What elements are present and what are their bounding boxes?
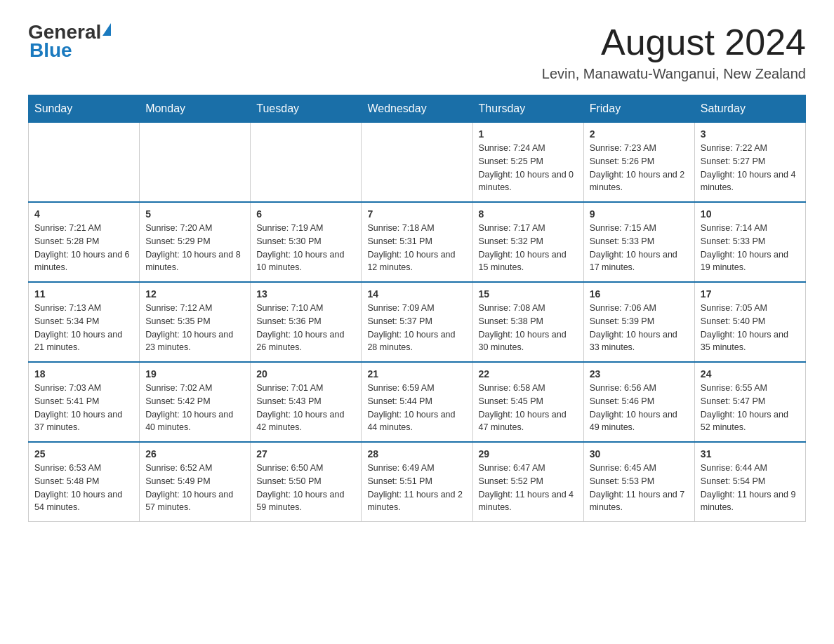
day-number: 22 <box>479 368 578 380</box>
calendar-cell: 19Sunrise: 7:02 AMSunset: 5:42 PMDayligh… <box>140 362 251 442</box>
day-info-text: Daylight: 10 hours and 35 minutes. <box>701 328 800 355</box>
day-info-text: Daylight: 10 hours and 4 minutes. <box>701 168 800 195</box>
calendar-week-row: 11Sunrise: 7:13 AMSunset: 5:34 PMDayligh… <box>29 282 806 362</box>
day-info-text: Daylight: 10 hours and 26 minutes. <box>256 328 355 355</box>
day-info-text: Daylight: 10 hours and 42 minutes. <box>256 408 355 435</box>
day-info-text: Sunset: 5:42 PM <box>145 395 244 408</box>
day-number: 11 <box>34 288 133 300</box>
calendar-cell: 20Sunrise: 7:01 AMSunset: 5:43 PMDayligh… <box>251 362 362 442</box>
day-info-text: Sunset: 5:43 PM <box>256 395 355 408</box>
weekday-header-sunday: Sunday <box>29 95 140 123</box>
day-info-text: Sunrise: 7:19 AM <box>256 222 355 235</box>
day-info-text: Sunset: 5:30 PM <box>256 235 355 248</box>
day-info-text: Sunrise: 7:09 AM <box>367 302 466 315</box>
calendar-cell: 8Sunrise: 7:17 AMSunset: 5:32 PMDaylight… <box>472 202 583 282</box>
day-info-text: Sunset: 5:27 PM <box>701 155 800 168</box>
calendar-cell: 14Sunrise: 7:09 AMSunset: 5:37 PMDayligh… <box>362 282 472 362</box>
calendar-cell: 15Sunrise: 7:08 AMSunset: 5:38 PMDayligh… <box>472 282 583 362</box>
calendar-cell: 26Sunrise: 6:52 AMSunset: 5:49 PMDayligh… <box>140 442 251 522</box>
day-info-text: Sunrise: 6:56 AM <box>590 382 689 395</box>
day-info-text: Daylight: 10 hours and 49 minutes. <box>590 408 689 435</box>
subtitle: Levin, Manawatu-Wanganui, New Zealand <box>542 66 806 82</box>
calendar-cell: 7Sunrise: 7:18 AMSunset: 5:31 PMDaylight… <box>362 202 472 282</box>
day-info-text: Sunset: 5:28 PM <box>34 235 133 248</box>
day-info-text: Daylight: 10 hours and 17 minutes. <box>590 248 689 275</box>
calendar-cell: 21Sunrise: 6:59 AMSunset: 5:44 PMDayligh… <box>362 362 472 442</box>
day-info-text: Sunset: 5:41 PM <box>34 395 133 408</box>
day-info-text: Sunset: 5:26 PM <box>590 155 689 168</box>
day-info-text: Sunrise: 7:02 AM <box>145 382 244 395</box>
day-number: 1 <box>479 128 578 140</box>
day-info-text: Sunset: 5:49 PM <box>145 475 244 488</box>
day-info-text: Daylight: 10 hours and 57 minutes. <box>145 488 244 515</box>
day-info-text: Daylight: 10 hours and 15 minutes. <box>479 248 578 275</box>
day-number: 13 <box>256 288 355 300</box>
weekday-header-thursday: Thursday <box>472 95 583 123</box>
calendar-cell: 28Sunrise: 6:49 AMSunset: 5:51 PMDayligh… <box>362 442 472 522</box>
weekday-header-monday: Monday <box>140 95 251 123</box>
day-info-text: Sunrise: 7:24 AM <box>479 142 578 155</box>
calendar-cell: 24Sunrise: 6:55 AMSunset: 5:47 PMDayligh… <box>694 362 805 442</box>
day-number: 12 <box>145 288 244 300</box>
day-number: 9 <box>590 208 689 220</box>
day-number: 18 <box>34 368 133 380</box>
calendar-cell: 9Sunrise: 7:15 AMSunset: 5:33 PMDaylight… <box>583 202 694 282</box>
day-info-text: Daylight: 10 hours and 40 minutes. <box>145 408 244 435</box>
day-info-text: Sunrise: 7:01 AM <box>256 382 355 395</box>
day-info-text: Daylight: 10 hours and 8 minutes. <box>145 248 244 275</box>
day-info-text: Sunset: 5:36 PM <box>256 315 355 328</box>
day-info-text: Sunset: 5:51 PM <box>367 475 466 488</box>
day-info-text: Sunrise: 7:22 AM <box>701 142 800 155</box>
day-number: 15 <box>479 288 578 300</box>
day-info-text: Sunset: 5:37 PM <box>367 315 466 328</box>
day-number: 28 <box>367 448 466 459</box>
day-info-text: Sunset: 5:33 PM <box>701 235 800 248</box>
day-number: 2 <box>590 128 689 140</box>
calendar-cell: 3Sunrise: 7:22 AMSunset: 5:27 PMDaylight… <box>694 123 805 203</box>
calendar-cell <box>29 123 140 203</box>
day-number: 17 <box>701 288 800 300</box>
day-info-text: Sunset: 5:45 PM <box>479 395 578 408</box>
calendar-week-row: 18Sunrise: 7:03 AMSunset: 5:41 PMDayligh… <box>29 362 806 442</box>
day-number: 26 <box>145 448 244 459</box>
weekday-header-saturday: Saturday <box>694 95 805 123</box>
calendar-cell: 2Sunrise: 7:23 AMSunset: 5:26 PMDaylight… <box>583 123 694 203</box>
day-number: 21 <box>367 368 466 380</box>
calendar-cell: 16Sunrise: 7:06 AMSunset: 5:39 PMDayligh… <box>583 282 694 362</box>
day-number: 27 <box>256 448 355 459</box>
main-title: August 2024 <box>542 21 806 63</box>
calendar-cell: 4Sunrise: 7:21 AMSunset: 5:28 PMDaylight… <box>29 202 140 282</box>
day-info-text: Sunrise: 7:21 AM <box>34 222 133 235</box>
day-info-text: Daylight: 10 hours and 47 minutes. <box>479 408 578 435</box>
day-number: 23 <box>590 368 689 380</box>
day-info-text: Sunrise: 7:10 AM <box>256 302 355 315</box>
day-info-text: Daylight: 11 hours and 2 minutes. <box>367 488 466 515</box>
day-number: 7 <box>367 208 466 220</box>
day-info-text: Daylight: 10 hours and 12 minutes. <box>367 248 466 275</box>
day-info-text: Sunrise: 7:06 AM <box>590 302 689 315</box>
calendar-cell: 23Sunrise: 6:56 AMSunset: 5:46 PMDayligh… <box>583 362 694 442</box>
day-info-text: Sunrise: 6:52 AM <box>145 462 244 475</box>
day-info-text: Daylight: 10 hours and 44 minutes. <box>367 408 466 435</box>
calendar-cell: 13Sunrise: 7:10 AMSunset: 5:36 PMDayligh… <box>251 282 362 362</box>
day-info-text: Sunrise: 6:53 AM <box>34 462 133 475</box>
day-info-text: Daylight: 10 hours and 52 minutes. <box>701 408 800 435</box>
day-info-text: Sunrise: 7:05 AM <box>701 302 800 315</box>
calendar-cell: 12Sunrise: 7:12 AMSunset: 5:35 PMDayligh… <box>140 282 251 362</box>
day-info-text: Sunrise: 7:18 AM <box>367 222 466 235</box>
day-info-text: Sunrise: 6:50 AM <box>256 462 355 475</box>
calendar-cell <box>140 123 251 203</box>
title-area: August 2024 Levin, Manawatu-Wanganui, Ne… <box>542 21 806 82</box>
day-info-text: Daylight: 10 hours and 30 minutes. <box>479 328 578 355</box>
day-info-text: Daylight: 10 hours and 59 minutes. <box>256 488 355 515</box>
day-info-text: Daylight: 10 hours and 6 minutes. <box>34 248 133 275</box>
day-info-text: Sunrise: 6:47 AM <box>479 462 578 475</box>
day-number: 31 <box>701 448 800 459</box>
day-number: 30 <box>590 448 689 459</box>
day-info-text: Sunset: 5:47 PM <box>701 395 800 408</box>
day-info-text: Daylight: 10 hours and 54 minutes. <box>34 488 133 515</box>
calendar-cell: 5Sunrise: 7:20 AMSunset: 5:29 PMDaylight… <box>140 202 251 282</box>
day-info-text: Daylight: 11 hours and 4 minutes. <box>479 488 578 515</box>
calendar-cell: 18Sunrise: 7:03 AMSunset: 5:41 PMDayligh… <box>29 362 140 442</box>
logo: General Blue <box>28 21 111 62</box>
